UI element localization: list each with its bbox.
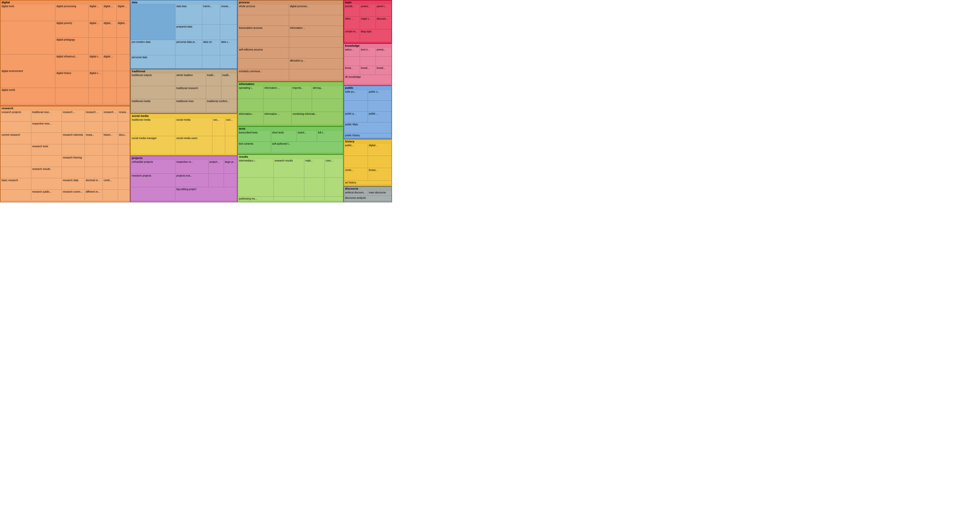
research-section: research research projects traditional r… bbox=[0, 106, 130, 202]
cell: research ... bbox=[85, 110, 103, 121]
cell: public history bbox=[344, 133, 391, 138]
cell bbox=[103, 189, 118, 201]
cell: current research bbox=[0, 133, 31, 144]
cell: large pr... bbox=[224, 160, 237, 173]
cell: information... bbox=[238, 112, 263, 125]
cell: brows... bbox=[368, 168, 391, 180]
cell: respective re... bbox=[175, 160, 208, 173]
cell bbox=[274, 178, 304, 197]
cell bbox=[238, 59, 289, 69]
cell: traditional outputs bbox=[130, 73, 175, 86]
cell bbox=[325, 178, 344, 197]
cell: full t... bbox=[317, 130, 344, 142]
cell: digital ... bbox=[89, 21, 103, 38]
cell: traditional rese... bbox=[31, 110, 62, 121]
research-title: research bbox=[0, 107, 130, 110]
cell: art history bbox=[344, 180, 391, 185]
traditional-title: traditional bbox=[130, 69, 237, 73]
cell: self-authored t... bbox=[271, 142, 344, 153]
cell bbox=[220, 55, 237, 69]
cell: dh knowledge bbox=[344, 75, 391, 84]
cell bbox=[85, 167, 103, 178]
cell: digital infrastruct... bbox=[56, 54, 89, 71]
cell bbox=[89, 88, 103, 105]
cell bbox=[238, 99, 263, 112]
cell bbox=[368, 156, 391, 168]
cell: transcribed texts bbox=[238, 130, 271, 142]
cell: projects eva... bbox=[175, 173, 208, 187]
cell bbox=[118, 121, 130, 133]
cell: traditional research bbox=[175, 86, 206, 99]
cell bbox=[85, 144, 103, 156]
mid-left-column: data data bias trainin... resear... prep… bbox=[130, 0, 237, 202]
cell: public ... bbox=[368, 111, 391, 123]
cell: digital pedagogy bbox=[56, 38, 89, 54]
results-title: results bbox=[238, 155, 343, 159]
digital-title: digital bbox=[0, 0, 130, 4]
treemap-container: digital digital tools digital processing… bbox=[0, 0, 392, 202]
cell: information ... bbox=[263, 112, 291, 125]
cell bbox=[312, 99, 344, 112]
cell: big editing project bbox=[175, 187, 237, 201]
cell: digital processing bbox=[56, 4, 89, 21]
cell: docu... bbox=[118, 133, 130, 144]
cell bbox=[117, 88, 130, 105]
cell: research data bbox=[62, 178, 85, 189]
history-title: history bbox=[344, 140, 391, 143]
cell: knowl... bbox=[375, 66, 391, 75]
knowledge-section: knowledge welco... tech k... previo... k… bbox=[344, 43, 392, 86]
cell: resea... bbox=[85, 133, 103, 144]
cell: wide pu... bbox=[344, 89, 368, 100]
cell: certain topics bbox=[344, 29, 360, 42]
cell bbox=[274, 196, 304, 201]
cell: text contents bbox=[238, 142, 271, 153]
projects-section: projects unfeasible projects respective … bbox=[130, 156, 237, 202]
cell: data c... bbox=[220, 40, 237, 55]
cell: traditional media bbox=[130, 99, 175, 112]
cell: digital ... bbox=[103, 4, 117, 21]
cell bbox=[118, 178, 130, 189]
cell bbox=[212, 136, 225, 154]
cell: digital... bbox=[117, 21, 130, 38]
cell: welco... bbox=[344, 48, 360, 57]
information-section: information spreading i... information .… bbox=[237, 82, 344, 126]
right-column: topic possib... polariz... panel t... of… bbox=[344, 0, 392, 202]
left-column: digital digital tools digital processing… bbox=[0, 0, 130, 202]
cell: public https bbox=[344, 122, 391, 133]
cell bbox=[118, 144, 130, 156]
results-section: results intermediary r... research resul… bbox=[237, 154, 344, 202]
cell: basic research bbox=[0, 178, 31, 189]
cell bbox=[31, 155, 62, 167]
data-section: data data bias trainin... resear... prep… bbox=[130, 0, 237, 69]
cell bbox=[85, 121, 103, 133]
cell bbox=[202, 24, 220, 40]
cell: resear... bbox=[220, 4, 237, 24]
cell bbox=[85, 155, 103, 167]
cell: digital... bbox=[103, 21, 117, 38]
cell: publicising res... bbox=[238, 196, 274, 201]
cell: trainin... bbox=[202, 4, 220, 24]
cell bbox=[130, 187, 175, 201]
cell: public... bbox=[344, 143, 368, 156]
cell: blog topic bbox=[360, 29, 391, 42]
cell: different resear... bbox=[85, 189, 103, 201]
cell: research projects bbox=[130, 173, 175, 187]
cell: public s... bbox=[368, 89, 391, 100]
cell: conc... bbox=[325, 159, 344, 178]
social-media-section: social media traditional media social me… bbox=[130, 113, 237, 156]
cell: traditional ones bbox=[175, 99, 206, 112]
cell bbox=[117, 54, 130, 71]
cell bbox=[206, 86, 221, 99]
cell: soc... bbox=[212, 118, 225, 136]
cell bbox=[344, 156, 368, 168]
topic-title: topic bbox=[344, 0, 391, 4]
cell: digital tools bbox=[0, 4, 56, 21]
cell bbox=[103, 167, 118, 178]
cell: digital poverty bbox=[56, 21, 89, 38]
cell: conte... bbox=[344, 168, 368, 180]
cell: research commu... bbox=[62, 189, 85, 201]
cell: traditi... bbox=[206, 73, 221, 86]
cell bbox=[31, 133, 62, 144]
cell bbox=[117, 38, 130, 54]
cell: digital ... bbox=[103, 54, 117, 71]
